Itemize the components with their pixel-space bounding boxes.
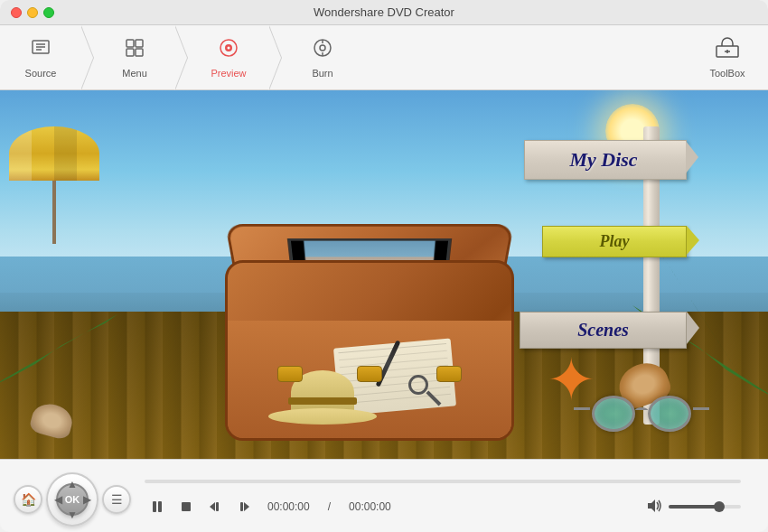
svg-rect-24	[240, 502, 243, 511]
sign-arrow-play: Play	[542, 226, 687, 257]
umbrella-top	[9, 126, 99, 181]
nav-arrow-inner-preview	[268, 25, 281, 90]
nav-arrow-inner-menu	[174, 25, 187, 90]
pause-button[interactable]	[145, 494, 170, 519]
source-icon	[30, 37, 52, 64]
svg-rect-4	[126, 40, 134, 47]
bridge	[635, 407, 648, 413]
nav-item-preview[interactable]: Preview	[188, 25, 269, 89]
volume-area	[647, 499, 741, 516]
arm-left	[574, 407, 590, 410]
play-sign[interactable]: Play	[542, 226, 687, 257]
svg-rect-22	[216, 502, 219, 511]
svg-rect-5	[136, 40, 143, 47]
burn-label: Burn	[312, 68, 332, 79]
suitcase-body	[225, 260, 514, 441]
volume-fill	[669, 505, 719, 509]
my-disc-label: My Disc	[569, 148, 637, 171]
skip-forward-button[interactable]	[231, 494, 257, 519]
nav-side-right: ☰	[98, 485, 131, 514]
home-button[interactable]: 🏠	[14, 485, 42, 514]
menu-button[interactable]: ☰	[102, 485, 131, 514]
traffic-lights	[11, 7, 54, 18]
arrow-up-button[interactable]: ▲	[64, 476, 80, 492]
sign-arrow-mydisc: My Disc	[524, 140, 687, 180]
nav-item-burn[interactable]: Burn	[282, 25, 363, 89]
magnifier-handle	[426, 390, 441, 406]
lens-right	[648, 396, 691, 432]
scenes-label: Scenes	[577, 320, 629, 340]
nav-item-menu[interactable]: Menu	[94, 25, 175, 89]
magnifier-circle	[408, 375, 428, 395]
nav-arrow-inner-source	[80, 25, 93, 90]
clasp-right	[436, 366, 462, 382]
dvd-menu-background: My Disc Play Scenes	[0, 90, 768, 459]
preview-area: My Disc Play Scenes	[0, 90, 768, 459]
toolbar: Source Menu	[0, 25, 768, 90]
svg-rect-7	[136, 49, 143, 56]
sign-scenes-box: Scenes	[520, 312, 687, 349]
nav-circle: OK ▲ ▼ ◀ ▶	[46, 472, 98, 527]
volume-icon	[647, 499, 663, 516]
svg-rect-20	[182, 502, 191, 511]
window-title: Wondershare DVD Creator	[314, 5, 454, 19]
playback-area: 00:00:00 / 00:00:00	[131, 480, 754, 519]
toolbox-button[interactable]: ToolBox	[696, 25, 759, 89]
stop-button[interactable]	[173, 494, 199, 519]
hat-brim	[268, 408, 377, 425]
svg-marker-23	[244, 502, 249, 511]
magnifier	[408, 375, 440, 406]
time-total: 00:00:00	[349, 500, 391, 513]
svg-rect-6	[126, 49, 134, 56]
sunglass-frame	[587, 391, 696, 441]
volume-thumb[interactable]	[714, 501, 725, 512]
preview-label: Preview	[211, 68, 246, 79]
svg-marker-21	[210, 502, 215, 511]
skip-back-button[interactable]	[202, 494, 228, 519]
arrow-left-button[interactable]: ◀	[50, 491, 66, 508]
ok-label: OK	[65, 494, 80, 505]
lens-left	[592, 396, 635, 432]
svg-marker-25	[648, 499, 655, 512]
playback-controls: 00:00:00 / 00:00:00	[145, 494, 741, 519]
svg-rect-19	[158, 501, 162, 512]
navigation-controls: 🏠 OK ▲ ▼ ◀ ▶ ☰	[14, 468, 131, 531]
menu-icon	[124, 37, 145, 64]
volume-slider[interactable]	[669, 505, 741, 509]
svg-point-12	[320, 45, 325, 51]
close-button[interactable]	[11, 7, 22, 18]
svg-rect-18	[153, 501, 156, 512]
sign-play-box: Play	[542, 226, 687, 257]
my-disc-sign[interactable]: My Disc	[524, 140, 687, 180]
svg-point-10	[228, 46, 230, 49]
hat-band	[288, 397, 357, 405]
toolbox-label: ToolBox	[709, 68, 745, 79]
umbrella-pole	[52, 181, 56, 244]
arrow-right-button[interactable]: ▶	[79, 491, 95, 508]
arm-right	[693, 407, 709, 410]
sunglasses	[587, 391, 696, 441]
maximize-button[interactable]	[43, 7, 54, 18]
preview-icon	[218, 37, 239, 64]
minimize-button[interactable]	[27, 7, 38, 18]
sign-arrow-scenes: Scenes	[520, 312, 687, 349]
source-label: Source	[25, 68, 57, 79]
nav-side-left: 🏠	[14, 485, 46, 514]
burn-icon	[312, 37, 333, 64]
progress-bar[interactable]	[145, 480, 741, 483]
play-label: Play	[600, 232, 630, 250]
time-separator: /	[328, 500, 331, 513]
scenes-sign[interactable]: Scenes	[520, 312, 687, 349]
clasp-left	[277, 366, 303, 382]
time-current: 00:00:00	[267, 500, 310, 513]
umbrella	[9, 126, 99, 235]
suitcase	[225, 224, 514, 441]
control-bar: 🏠 OK ▲ ▼ ◀ ▶ ☰	[0, 459, 768, 532]
sign-text-mydisc: My Disc	[524, 140, 687, 180]
nav-bar: Source Menu	[0, 25, 696, 89]
nav-item-source[interactable]: Source	[0, 25, 81, 89]
clasp-center	[357, 366, 382, 382]
arrow-down-button[interactable]: ▼	[64, 507, 80, 523]
toolbox-icon	[715, 37, 740, 64]
titlebar: Wondershare DVD Creator	[0, 0, 768, 25]
